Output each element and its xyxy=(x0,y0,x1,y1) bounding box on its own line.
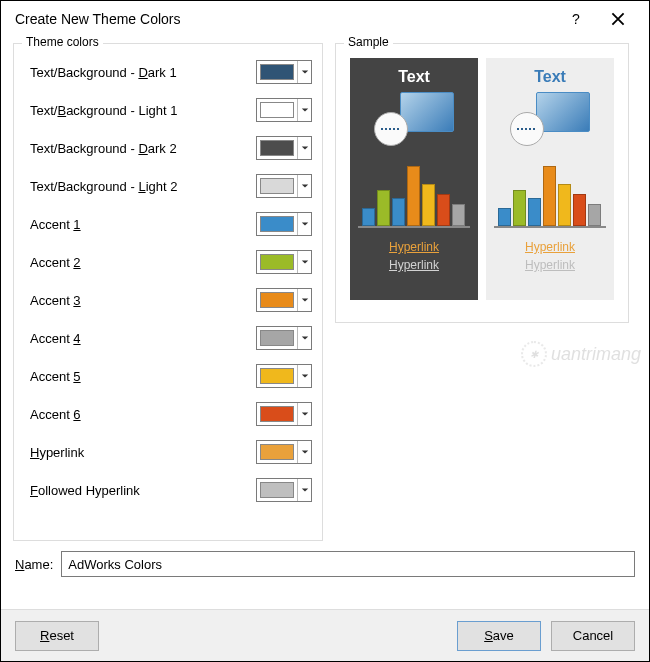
chevron-down-icon xyxy=(297,61,311,83)
name-row: Name: xyxy=(1,541,649,583)
color-row-4: Accent 1 xyxy=(24,206,312,242)
color-label: Text/Background - Dark 2 xyxy=(24,141,256,156)
bar xyxy=(588,204,601,226)
sample-text-light: Text xyxy=(534,68,566,86)
sample-followed-light: Hyperlink xyxy=(525,256,575,274)
bar xyxy=(452,204,465,226)
bar xyxy=(362,208,375,226)
color-swatch xyxy=(260,406,294,422)
chevron-down-icon xyxy=(297,137,311,159)
color-picker-button[interactable] xyxy=(256,250,312,274)
sample-preview: Text Hyperlink Hyperlink Text xyxy=(346,52,618,306)
circle-icon xyxy=(374,112,408,146)
name-label: Name: xyxy=(15,557,53,572)
color-label: Accent 2 xyxy=(24,255,256,270)
rect-icon xyxy=(536,92,590,132)
name-input[interactable] xyxy=(61,551,635,577)
button-row: Reset Save Cancel xyxy=(1,609,649,661)
color-picker-button[interactable] xyxy=(256,174,312,198)
reset-button[interactable]: Reset xyxy=(15,621,99,651)
color-label: Accent 4 xyxy=(24,331,256,346)
color-row-2: Text/Background - Dark 2 xyxy=(24,130,312,166)
close-button[interactable] xyxy=(597,4,639,34)
color-picker-button[interactable] xyxy=(256,326,312,350)
color-row-1: Text/Background - Light 1 xyxy=(24,92,312,128)
chevron-down-icon xyxy=(297,327,311,349)
color-picker-button[interactable] xyxy=(256,60,312,84)
color-swatch xyxy=(260,254,294,270)
chevron-down-icon xyxy=(297,365,311,387)
color-swatch xyxy=(260,216,294,232)
color-row-0: Text/Background - Dark 1 xyxy=(24,54,312,90)
color-row-3: Text/Background - Light 2 xyxy=(24,168,312,204)
color-picker-button[interactable] xyxy=(256,98,312,122)
rect-icon xyxy=(400,92,454,132)
bar xyxy=(422,184,435,226)
chevron-down-icon xyxy=(297,251,311,273)
titlebar: Create New Theme Colors ? xyxy=(1,1,649,37)
color-label: Accent 1 xyxy=(24,217,256,232)
color-picker-button[interactable] xyxy=(256,212,312,236)
theme-colors-legend: Theme colors xyxy=(22,35,103,49)
color-row-6: Accent 3 xyxy=(24,282,312,318)
sample-hyperlink-dark: Hyperlink xyxy=(389,238,439,256)
color-row-8: Accent 5 xyxy=(24,358,312,394)
wavy-icon xyxy=(517,128,537,130)
sample-card-dark: Text Hyperlink Hyperlink xyxy=(350,58,478,300)
color-picker-button[interactable] xyxy=(256,136,312,160)
bar-chart-light xyxy=(494,156,606,228)
chevron-down-icon xyxy=(297,403,311,425)
color-label: Accent 6 xyxy=(24,407,256,422)
wavy-icon xyxy=(381,128,401,130)
sample-card-light: Text Hyperlink Hyperlink xyxy=(486,58,614,300)
bar-chart-dark xyxy=(358,156,470,228)
color-label: Accent 3 xyxy=(24,293,256,308)
chevron-down-icon xyxy=(297,99,311,121)
color-swatch xyxy=(260,64,294,80)
content: Theme colors Text/Background - Dark 1Tex… xyxy=(1,37,649,541)
color-swatch xyxy=(260,368,294,384)
sample-hyperlink-light: Hyperlink xyxy=(525,238,575,256)
sample-text-dark: Text xyxy=(398,68,430,86)
cancel-button[interactable]: Cancel xyxy=(551,621,635,651)
chevron-down-icon xyxy=(297,213,311,235)
dialog: Create New Theme Colors ? Theme colors T… xyxy=(0,0,650,662)
color-picker-button[interactable] xyxy=(256,288,312,312)
color-label: Accent 5 xyxy=(24,369,256,384)
sample-links-light: Hyperlink Hyperlink xyxy=(525,238,575,274)
color-label: Text/Background - Dark 1 xyxy=(24,65,256,80)
color-swatch xyxy=(260,140,294,156)
sample-group: Sample Text Hyperlink Hyperlink Text xyxy=(335,43,629,323)
bar xyxy=(392,198,405,226)
bar xyxy=(558,184,571,226)
close-icon xyxy=(611,12,625,26)
color-swatch xyxy=(260,178,294,194)
color-picker-button[interactable] xyxy=(256,402,312,426)
color-row-9: Accent 6 xyxy=(24,396,312,432)
chevron-down-icon xyxy=(297,441,311,463)
bar xyxy=(573,194,586,226)
chevron-down-icon xyxy=(297,289,311,311)
bar xyxy=(407,166,420,226)
color-row-10: Hyperlink xyxy=(24,434,312,470)
sample-links-dark: Hyperlink Hyperlink xyxy=(389,238,439,274)
color-row-7: Accent 4 xyxy=(24,320,312,356)
color-label: Followed Hyperlink xyxy=(24,483,256,498)
sample-shapes-light xyxy=(510,92,590,150)
bar xyxy=(498,208,511,226)
save-button[interactable]: Save xyxy=(457,621,541,651)
theme-colors-group: Theme colors Text/Background - Dark 1Tex… xyxy=(13,43,323,541)
color-picker-button[interactable] xyxy=(256,364,312,388)
bar xyxy=(513,190,526,226)
color-label: Text/Background - Light 1 xyxy=(24,103,256,118)
bar xyxy=(377,190,390,226)
color-picker-button[interactable] xyxy=(256,440,312,464)
chevron-down-icon xyxy=(297,479,311,501)
sample-legend: Sample xyxy=(344,35,393,49)
chevron-down-icon xyxy=(297,175,311,197)
help-button[interactable]: ? xyxy=(555,4,597,34)
color-swatch xyxy=(260,292,294,308)
sample-shapes-dark xyxy=(374,92,454,150)
bar xyxy=(543,166,556,226)
color-picker-button[interactable] xyxy=(256,478,312,502)
